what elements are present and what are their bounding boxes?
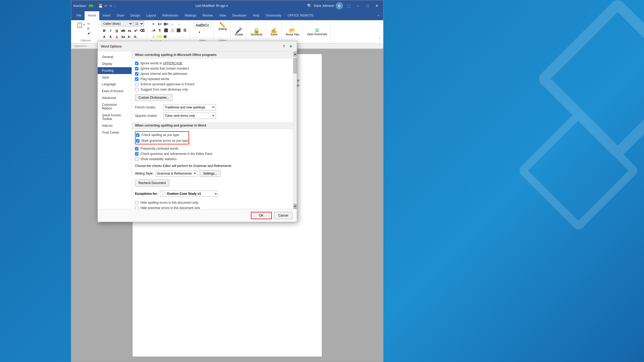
tab-file[interactable]: File <box>73 11 85 20</box>
tab-draw[interactable]: Draw <box>113 11 127 20</box>
reuse-files-button[interactable]: 📂 Reuse Files <box>285 27 301 36</box>
indent-decrease-button[interactable]: ← <box>169 21 175 27</box>
tab-developer[interactable]: Developer <box>229 11 250 20</box>
scrollbar[interactable]: ▲ ▼ <box>293 51 297 209</box>
scrollbar-thumb[interactable] <box>293 58 297 74</box>
flag-repeated-checkbox[interactable] <box>135 77 138 81</box>
sort-button[interactable]: ↕A <box>150 27 156 33</box>
open-grammarly-button[interactable]: G Open Grammarly <box>306 28 328 36</box>
editor-button[interactable]: ✍️ Editor <box>269 27 279 36</box>
undo-icon[interactable]: ↩ <box>104 4 107 8</box>
tab-insert[interactable]: Insert <box>99 11 113 20</box>
maximize-button[interactable]: □ <box>363 2 372 9</box>
nav-item-addins[interactable]: Add-ins <box>98 122 132 129</box>
nav-item-proofing[interactable]: Proofing <box>98 67 132 74</box>
editing-button[interactable]: ✏️ Editing <box>218 22 228 31</box>
shading-button[interactable] <box>157 35 162 38</box>
text-effects-button[interactable]: A <box>101 34 107 40</box>
suggest-main-checkbox[interactable] <box>135 88 138 91</box>
enforce-french-checkbox[interactable] <box>135 83 138 86</box>
writing-style-select[interactable]: Grammar & Refinements <box>155 170 198 177</box>
spanish-modes-select[interactable]: Tuteo verb forms only <box>163 113 216 119</box>
dialog-close-button[interactable]: ✕ <box>288 43 294 49</box>
nav-item-trust-center[interactable]: Trust Center <box>98 129 132 136</box>
nav-item-save[interactable]: Save <box>98 74 132 81</box>
tab-home[interactable]: Home <box>85 11 99 20</box>
styles-preview[interactable]: AaBbCc <box>193 22 211 29</box>
scroll-up-arrow[interactable]: ▲ <box>293 51 297 57</box>
tab-layout[interactable]: Layout <box>143 11 159 20</box>
format-painter-button[interactable]: 🖌 <box>86 31 96 35</box>
nav-item-display[interactable]: Display <box>98 60 132 67</box>
tab-review[interactable]: Review <box>199 11 216 20</box>
bold-button[interactable]: B <box>101 28 107 33</box>
confused-words-checkbox[interactable] <box>135 147 138 150</box>
dictate-button[interactable]: 🎤 Dictate <box>234 27 244 36</box>
tab-references[interactable]: References <box>159 11 181 20</box>
subscript-button[interactable]: x₂ <box>127 28 132 33</box>
font-color-button[interactable]: A <box>114 34 120 40</box>
shrink-font-button[interactable]: A↓ <box>133 34 139 40</box>
restore-icon[interactable]: ⬚ <box>345 3 353 9</box>
ribbon-resize-icon[interactable]: ⌃ <box>378 37 381 41</box>
scroll-down-arrow[interactable]: ▼ <box>293 204 297 209</box>
align-center-button[interactable]: ⬜ <box>169 27 175 33</box>
nav-item-language[interactable]: Language <box>98 81 132 88</box>
tab-view[interactable]: View <box>216 11 229 20</box>
nav-item-customize-ribbon[interactable]: Customize Ribbon <box>98 101 132 112</box>
multilevel-button[interactable]: ⊞≡ <box>163 21 169 27</box>
ribbon-collapse-icon[interactable]: ⌃ <box>376 13 381 20</box>
nav-item-advanced[interactable]: Advanced <box>98 95 132 101</box>
autosave-toggle[interactable]: ON <box>87 4 95 8</box>
tab-help[interactable]: Help <box>250 11 263 20</box>
ignore-internet-checkbox[interactable] <box>135 72 138 76</box>
tab-mailings[interactable]: Mailings <box>181 11 199 20</box>
justify-button[interactable]: ☰ <box>182 27 188 33</box>
tab-office-remote[interactable]: OFFICE REMOTE <box>284 11 317 20</box>
nav-item-ease-of-access[interactable]: Ease of Access <box>98 88 132 95</box>
line-spacing-button[interactable]: ↕ <box>150 34 156 39</box>
french-modes-select[interactable]: Traditional and new spellings <box>163 104 216 111</box>
strikethrough-button[interactable]: ab <box>120 28 126 33</box>
ignore-uppercase-checkbox[interactable] <box>135 62 138 65</box>
ignore-numbers-checkbox[interactable] <box>135 67 138 70</box>
clear-format-button[interactable]: ⌫ <box>139 28 145 33</box>
superscript-button[interactable]: x² <box>133 28 139 33</box>
font-select[interactable]: Calibri (Body) <box>101 21 133 27</box>
font-size-select[interactable]: 11 <box>133 21 144 27</box>
bullets-button[interactable]: ≡ <box>150 21 156 27</box>
numbering-button[interactable]: 1≡ <box>157 21 163 27</box>
styles-dropdown[interactable]: ▾ <box>198 30 207 34</box>
search-icon[interactable]: 🔍 <box>307 3 312 8</box>
customize-icon[interactable]: ⌄ <box>114 4 116 8</box>
settings-button[interactable]: Settings... <box>200 170 220 177</box>
save-icon[interactable]: 💾 <box>98 4 103 8</box>
exceptions-dropdown[interactable]: 📄 Ovation Case Study v1 ▾ <box>160 191 218 197</box>
change-case-button[interactable]: Aa <box>120 34 126 40</box>
text-highlight-button[interactable]: A <box>108 34 113 40</box>
check-grammar-editor-checkbox[interactable] <box>135 152 138 156</box>
border-button[interactable]: ⊞ <box>162 34 168 39</box>
italic-button[interactable]: I <box>108 28 113 33</box>
align-left-button[interactable]: ⬛ <box>163 27 169 33</box>
recheck-document-button[interactable]: Recheck Document <box>135 180 169 186</box>
redo-icon[interactable]: ↪ <box>109 4 112 8</box>
show-readability-checkbox[interactable] <box>135 158 138 161</box>
hide-grammar-checkbox[interactable] <box>135 206 138 209</box>
ok-button[interactable]: OK <box>251 212 272 219</box>
underline-button[interactable]: U <box>114 28 120 33</box>
custom-dictionaries-button[interactable]: Custom Dictionaries... <box>135 94 173 101</box>
paste-button[interactable]: 📋 ▾ <box>75 22 86 28</box>
nav-item-quick-access[interactable]: Quick Access Toolbar <box>98 112 132 122</box>
copy-button[interactable]: ⎘ <box>86 27 96 31</box>
check-spelling-checkbox[interactable] <box>136 133 139 137</box>
cut-button[interactable]: ✂ <box>86 22 96 26</box>
nav-item-general[interactable]: General <box>98 54 132 60</box>
sensitivity-button[interactable]: 🔒 Sensitivity <box>250 27 263 36</box>
align-right-button[interactable]: ⬛ <box>176 27 181 33</box>
grow-font-button[interactable]: A↑ <box>127 34 132 40</box>
close-button[interactable]: ✕ <box>373 2 381 9</box>
cancel-button[interactable]: Cancel <box>274 212 293 219</box>
tab-grammarly[interactable]: Grammarly <box>263 11 284 20</box>
indent-increase-button[interactable]: → <box>176 21 181 27</box>
